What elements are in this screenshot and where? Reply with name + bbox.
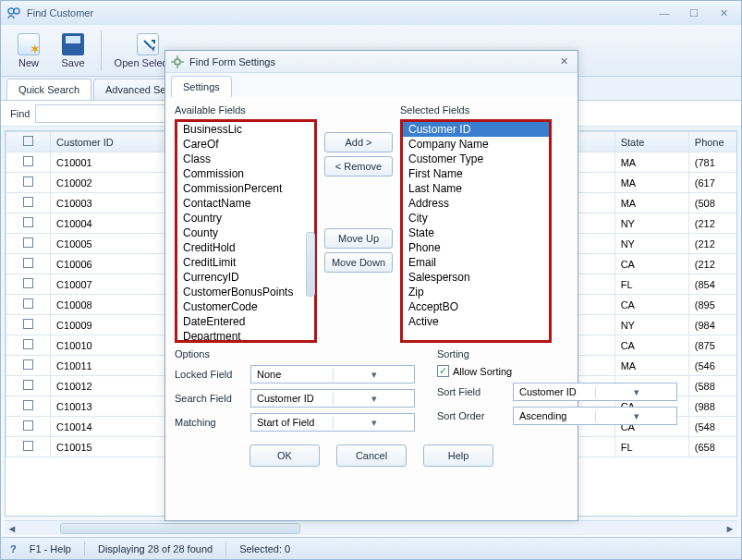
list-item[interactable]: Salesperson bbox=[403, 270, 549, 285]
remove-button[interactable]: < Remove bbox=[324, 156, 393, 177]
row-checkbox[interactable] bbox=[6, 254, 51, 274]
list-item[interactable]: Customer ID bbox=[403, 122, 549, 137]
allow-sorting-checkbox[interactable]: ✓ Allow Sorting bbox=[437, 365, 512, 377]
horizontal-scrollbar[interactable]: ◄ ► bbox=[5, 520, 737, 535]
list-item[interactable]: CareOf bbox=[177, 137, 314, 152]
help-button[interactable]: Help bbox=[423, 444, 493, 467]
row-checkbox[interactable] bbox=[6, 335, 51, 356]
locked-field-label: Locked Field bbox=[175, 369, 245, 380]
save-icon bbox=[62, 33, 84, 55]
row-checkbox[interactable] bbox=[6, 295, 51, 315]
row-checkbox[interactable] bbox=[6, 396, 51, 417]
list-item[interactable]: CustomerBonusPoints bbox=[177, 285, 314, 299]
sort-field-combo[interactable]: Customer ID▾ bbox=[513, 383, 677, 401]
list-item[interactable]: AcceptBO bbox=[403, 299, 549, 314]
list-item[interactable]: Country bbox=[177, 211, 314, 225]
list-item[interactable]: CreditLimit bbox=[177, 255, 314, 270]
move-down-button[interactable]: Move Down bbox=[324, 252, 393, 273]
save-button[interactable]: Save bbox=[53, 28, 93, 74]
row-checkbox[interactable] bbox=[6, 152, 51, 173]
new-button[interactable]: ✶ New bbox=[8, 28, 49, 74]
list-item[interactable]: CurrencyID bbox=[177, 270, 314, 285]
list-item[interactable]: Last Name bbox=[403, 181, 549, 196]
list-item[interactable]: CreditHold bbox=[177, 240, 314, 255]
gear-icon bbox=[171, 55, 184, 68]
selected-fields-label: Selected Fields bbox=[400, 103, 552, 119]
tab-quick-search[interactable]: Quick Search bbox=[6, 79, 91, 100]
app-icon bbox=[6, 6, 21, 20]
chevron-down-icon: ▾ bbox=[333, 417, 414, 429]
help-icon: ? bbox=[10, 543, 17, 554]
new-icon: ✶ bbox=[18, 33, 40, 55]
column-header[interactable]: State bbox=[614, 132, 688, 152]
sorting-title: Sorting bbox=[437, 348, 677, 359]
add-button[interactable]: Add > bbox=[324, 132, 393, 152]
list-item[interactable]: Customer Type bbox=[403, 152, 549, 166]
list-item[interactable]: Address bbox=[403, 196, 549, 211]
list-item[interactable]: First Name bbox=[403, 166, 549, 181]
minimize-button[interactable]: — bbox=[652, 5, 676, 21]
tab-settings[interactable]: Settings bbox=[171, 76, 232, 97]
ok-button[interactable]: OK bbox=[249, 444, 320, 467]
list-item[interactable]: Zip bbox=[403, 285, 549, 299]
scroll-right-icon[interactable]: ► bbox=[723, 521, 737, 536]
sort-order-label: Sort Order bbox=[437, 410, 507, 421]
available-fields-label: Available Fields bbox=[175, 103, 317, 119]
row-checkbox[interactable] bbox=[6, 376, 51, 396]
selected-fields-listbox[interactable]: Customer IDCompany NameCustomer TypeFirs… bbox=[400, 119, 552, 343]
list-item[interactable]: ContactName bbox=[177, 196, 314, 211]
checkbox-checked-icon: ✓ bbox=[437, 365, 449, 377]
cancel-button[interactable]: Cancel bbox=[336, 444, 407, 467]
available-scrollbar[interactable] bbox=[306, 232, 315, 297]
row-checkbox[interactable] bbox=[6, 315, 51, 335]
column-header[interactable] bbox=[6, 132, 51, 152]
list-item[interactable]: State bbox=[403, 225, 549, 240]
row-checkbox[interactable] bbox=[6, 213, 51, 234]
chevron-down-icon: ▾ bbox=[333, 393, 414, 405]
row-checkbox[interactable] bbox=[6, 417, 51, 437]
close-button[interactable]: ✕ bbox=[712, 5, 736, 21]
list-item[interactable]: Active bbox=[403, 314, 549, 329]
column-header[interactable]: Phone bbox=[688, 132, 737, 152]
list-item[interactable]: Email bbox=[403, 255, 549, 270]
dialog-close-button[interactable]: ✕ bbox=[555, 55, 572, 67]
list-item[interactable]: CommissionPercent bbox=[177, 181, 314, 196]
window-title: Find Customer bbox=[27, 7, 652, 18]
list-item[interactable]: Company Name bbox=[403, 137, 549, 152]
find-label: Find bbox=[10, 108, 30, 119]
row-checkbox[interactable] bbox=[6, 356, 51, 376]
scroll-left-icon[interactable]: ◄ bbox=[5, 521, 19, 536]
list-item[interactable]: Commission bbox=[177, 166, 314, 181]
scroll-thumb[interactable] bbox=[60, 523, 300, 534]
list-item[interactable]: BusinessLic bbox=[177, 122, 314, 137]
maximize-button[interactable]: ☐ bbox=[682, 5, 706, 21]
status-count: Displaying 28 of 28 found bbox=[98, 543, 213, 554]
svg-point-3 bbox=[175, 59, 180, 65]
list-item[interactable]: Class bbox=[177, 152, 314, 166]
svg-marker-2 bbox=[152, 46, 155, 52]
matching-combo[interactable]: Start of Field▾ bbox=[250, 413, 415, 432]
locked-field-combo[interactable]: None▾ bbox=[250, 365, 415, 383]
dialog-title: Find Form Settings bbox=[189, 56, 555, 67]
list-item[interactable]: City bbox=[403, 211, 549, 225]
search-field-combo[interactable]: Customer ID▾ bbox=[250, 389, 415, 408]
row-checkbox[interactable] bbox=[6, 437, 51, 457]
row-checkbox[interactable] bbox=[6, 173, 51, 193]
svg-point-1 bbox=[14, 8, 19, 14]
list-item[interactable]: Phone bbox=[403, 240, 549, 255]
row-checkbox[interactable] bbox=[6, 193, 51, 213]
open-selected-icon bbox=[137, 33, 159, 55]
available-fields-listbox[interactable]: BusinessLicCareOfClassCommissionCommissi… bbox=[175, 119, 317, 343]
list-item[interactable]: County bbox=[177, 225, 314, 240]
move-up-button[interactable]: Move Up bbox=[324, 228, 393, 249]
status-help: F1 - Help bbox=[30, 543, 71, 554]
sort-order-combo[interactable]: Ascending▾ bbox=[513, 407, 677, 425]
list-item[interactable]: DateEntered bbox=[177, 314, 314, 329]
list-item[interactable]: CustomerCode bbox=[177, 299, 314, 314]
row-checkbox[interactable] bbox=[6, 234, 51, 254]
sort-field-label: Sort Field bbox=[437, 386, 507, 397]
list-item[interactable]: Department bbox=[177, 329, 314, 343]
svg-point-0 bbox=[8, 8, 14, 14]
options-title: Options bbox=[175, 348, 415, 359]
row-checkbox[interactable] bbox=[6, 274, 51, 295]
